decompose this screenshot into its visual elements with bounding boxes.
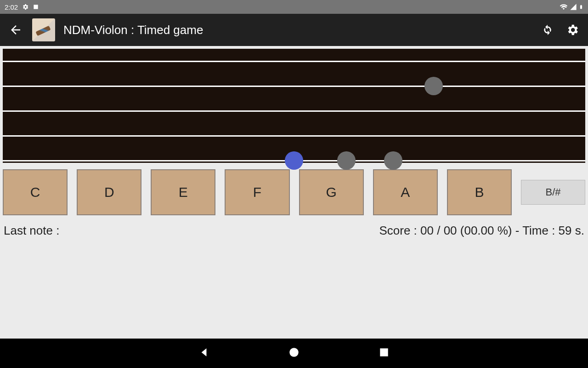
app-bar: NDM-Violon : Timed game [0, 14, 588, 46]
string-line [3, 110, 585, 112]
note-button-g[interactable]: G [299, 169, 364, 215]
note-button-f[interactable]: F [225, 169, 289, 215]
app-logo-icon [32, 18, 55, 41]
note-button-d[interactable]: D [77, 169, 141, 215]
nav-home-button[interactable] [288, 346, 300, 360]
triangle-back-icon [198, 346, 210, 358]
last-note-label: Last note : [4, 224, 59, 238]
nav-back-button[interactable] [198, 346, 210, 360]
gear-mini-icon [22, 3, 29, 11]
note-dot[interactable] [337, 151, 356, 170]
note-button-e[interactable]: E [151, 169, 215, 215]
nav-recent-button[interactable] [378, 346, 390, 360]
wifi-icon [560, 3, 568, 11]
battery-icon [579, 3, 583, 11]
arrow-back-icon [9, 23, 23, 37]
note-dot[interactable] [424, 77, 443, 95]
note-button-a[interactable]: A [373, 169, 438, 215]
refresh-button[interactable] [539, 22, 556, 38]
score-time-text: Score : 00 / 00 (00.00 %) - Time : 59 s. [379, 224, 584, 238]
string-line [3, 86, 585, 87]
android-nav-bar [0, 339, 588, 368]
square-recent-icon [378, 346, 390, 358]
note-button-c[interactable]: C [3, 169, 68, 215]
refresh-icon [541, 23, 554, 37]
string-line [3, 61, 585, 62]
content-area: CDEFGABB/# Last note : Score : 00 / 00 (… [0, 46, 588, 339]
square-mini-icon [33, 4, 39, 10]
flat-sharp-button[interactable]: B/# [521, 180, 585, 205]
app-title: NDM-Violon : Timed game [63, 23, 531, 37]
svg-point-1 [289, 348, 299, 357]
signal-icon [570, 3, 577, 11]
status-time: 2:02 [5, 3, 18, 11]
info-row: Last note : Score : 00 / 00 (00.00 %) - … [0, 219, 588, 242]
string-line [3, 135, 585, 137]
back-button[interactable] [7, 22, 24, 38]
circle-home-icon [288, 346, 300, 358]
fretboard[interactable] [0, 46, 588, 166]
note-buttons-row: CDEFGABB/# [0, 166, 588, 219]
settings-button[interactable] [564, 22, 581, 38]
note-button-b[interactable]: B [447, 169, 512, 215]
status-bar: 2:02 [0, 0, 588, 14]
gear-icon [565, 23, 579, 37]
note-dot[interactable] [384, 151, 402, 170]
svg-rect-2 [380, 348, 388, 356]
note-dot[interactable] [285, 151, 303, 170]
svg-rect-0 [34, 5, 38, 9]
